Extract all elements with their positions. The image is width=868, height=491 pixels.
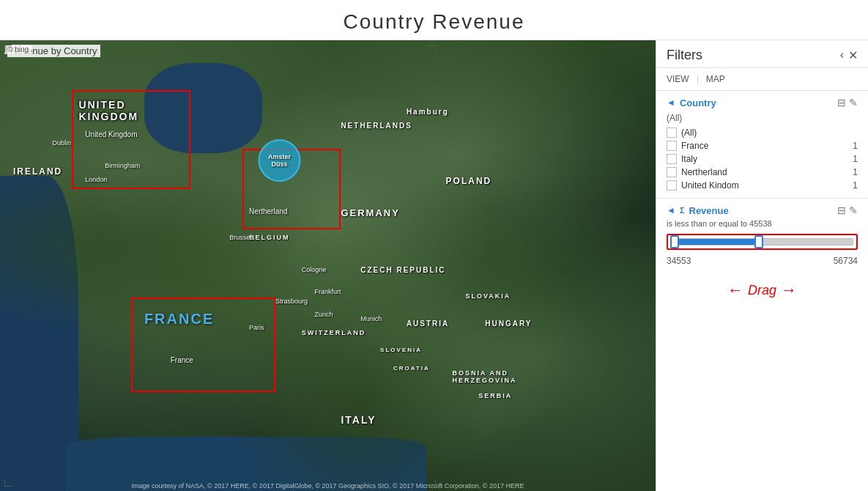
map-attribution: Image courtesy of NASA, © 2017 HERE, © 2… <box>132 482 524 490</box>
slovenia-label: SLOVENIA <box>380 347 422 353</box>
checkbox-uk-count: 1 <box>853 180 858 191</box>
zurich-label: Zurich <box>315 311 333 318</box>
filters-panel: Filters ‹ ✕ VIEW | MAP ◄ Country ⊟ ✎ <box>656 40 868 491</box>
revenue-filter-icons: ⊟ ✎ <box>837 204 858 216</box>
filters-collapse-icon[interactable]: ‹ <box>840 48 844 62</box>
austria-label: AUSTRIA <box>407 320 449 328</box>
country-all-label: (All) <box>667 111 858 126</box>
filters-title: Filters <box>667 48 702 63</box>
netherlands-label: NETHERLANDS <box>341 122 412 130</box>
checkbox-all[interactable] <box>667 128 677 138</box>
slider-track[interactable] <box>671 238 853 246</box>
country-filter-icons: ⊟ ✎ <box>837 97 858 108</box>
checkbox-nertherland[interactable] <box>667 167 677 177</box>
filters-tabs: VIEW | MAP <box>656 68 868 91</box>
map-canvas[interactable]: IRELAND GERMANY POLAND CZECH REPUBLIC AU… <box>0 40 656 491</box>
revenue-expand-arrow[interactable]: ◄ <box>667 205 675 215</box>
slovakia-label: SLOVAKIA <box>465 292 511 300</box>
revenue-filter-header: ◄ Σ Revenue ⊟ ✎ <box>667 204 858 216</box>
revenue-slider-container <box>667 234 858 250</box>
slider-thumb-left[interactable] <box>670 235 679 248</box>
revenue-filter-icon[interactable]: ⊟ <box>837 204 846 216</box>
revenue-filter-name: Revenue <box>689 205 729 216</box>
france-city-label: France <box>171 356 193 364</box>
dublin-label: Dublin <box>53 139 72 147</box>
checkbox-uk-label: United Kindom <box>681 180 739 191</box>
corner-tr <box>429 45 436 52</box>
munich-label: Munich <box>360 315 382 322</box>
croatia-label: CROATIA <box>393 365 430 372</box>
frankfurt-label: Frankfurt <box>315 288 341 295</box>
filters-header: Filters ‹ ✕ <box>656 40 868 68</box>
revenue-edit-icon[interactable]: ✎ <box>849 204 858 216</box>
corner-br <box>429 479 436 487</box>
drag-annotation: ← Drag → <box>667 278 858 303</box>
corner-tl <box>4 45 12 52</box>
tab-separator: | <box>697 74 699 84</box>
neth-city-label: Nertherland <box>249 207 287 215</box>
drag-label: Drag <box>748 283 776 298</box>
germany-label: GERMANY <box>341 207 399 218</box>
checkbox-france-count: 1 <box>853 141 858 151</box>
slider-max-value: 56734 <box>834 256 858 266</box>
cologne-label: Cologne <box>302 266 327 273</box>
uk-city-label: United Kingdom <box>85 130 137 139</box>
revenue-condition: is less than or equal to 45538 <box>667 219 858 228</box>
country-filter-icon[interactable]: ⊟ <box>837 97 846 108</box>
country-edit-icon[interactable]: ✎ <box>849 97 858 108</box>
filters-nav-icons: ‹ ✕ <box>840 48 858 62</box>
country-filter-header: ◄ Country ⊟ ✎ <box>667 97 858 108</box>
checkbox-italy-label: Italy <box>681 154 697 164</box>
bosnia-label: BOSNIA ANDHERZEGOVINA <box>453 369 517 384</box>
switzerland-label: SWITZERLAND <box>302 329 366 336</box>
poland-label: POLAND <box>446 176 492 186</box>
drag-arrow-right: → <box>781 281 797 300</box>
checkbox-row-italy: Italy 1 <box>667 152 858 166</box>
slider-highlight-box <box>667 234 858 250</box>
country-filter-name: Country <box>680 97 716 108</box>
map-section: Revenue by Country IRELAND GERMANY POLAN… <box>0 40 656 491</box>
italy-label: ITALY <box>341 414 376 426</box>
hungary-label: HUNGARY <box>485 320 532 328</box>
checkbox-nertherland-label: Nertherland <box>681 167 727 177</box>
atlantic-water <box>0 176 78 492</box>
drag-arrow-left: ← <box>727 281 743 300</box>
hamburg-label: Hamburg <box>407 108 449 116</box>
checkbox-italy[interactable] <box>667 154 677 164</box>
revenue-filter-title-row: ◄ Σ Revenue <box>667 205 729 216</box>
neth-bubble: AmsterDüss <box>258 139 300 182</box>
slider-values: 34553 56734 <box>667 256 858 266</box>
slider-fill <box>672 239 759 245</box>
country-filter-title-row: ◄ Country <box>667 97 716 108</box>
checkbox-france[interactable] <box>667 141 677 151</box>
ireland-label: IRELAND <box>13 166 62 177</box>
revenue-filter-section: ◄ Σ Revenue ⊟ ✎ is less than or equal to… <box>656 199 868 309</box>
uk-country-label: UNITEDKINGDOM <box>78 99 138 122</box>
checkbox-italy-count: 1 <box>853 154 858 164</box>
checkbox-france-label: France <box>681 141 708 151</box>
czech-label: CZECH REPUBLIC <box>360 266 445 274</box>
checkbox-row-uk: United Kindom 1 <box>667 179 858 192</box>
filters-close-icon[interactable]: ✕ <box>848 48 858 62</box>
checkbox-uk[interactable] <box>667 180 677 191</box>
checkbox-row-nertherland: Nertherland 1 <box>667 166 858 179</box>
main-content: Revenue by Country IRELAND GERMANY POLAN… <box>0 40 868 491</box>
country-filter-section: ◄ Country ⊟ ✎ (All) (All) <box>656 91 868 199</box>
country-expand-arrow[interactable]: ◄ <box>667 97 675 108</box>
checkbox-all-label: (All) <box>681 128 697 138</box>
checkbox-row-france: France 1 <box>667 139 858 152</box>
strasbourg-label: Strasbourg <box>275 298 308 305</box>
slider-thumb-right[interactable] <box>754 235 763 248</box>
tab-view[interactable]: VIEW <box>667 73 689 86</box>
serbia-label: SERBIA <box>478 392 512 399</box>
brussels-label: Brussels <box>229 234 255 241</box>
france-country-label: FRANCE <box>144 311 214 328</box>
tab-map[interactable]: MAP <box>706 73 725 86</box>
corner-bl <box>4 479 12 487</box>
slider-min-value: 34553 <box>667 256 691 266</box>
checkbox-nertherland-count: 1 <box>853 167 858 177</box>
revenue-sum-symbol: Σ <box>680 206 685 215</box>
belgium-label: BELGIUM <box>249 234 290 241</box>
checkbox-row-all: (All) <box>667 126 858 139</box>
page-title: Country Revenue <box>0 0 868 40</box>
